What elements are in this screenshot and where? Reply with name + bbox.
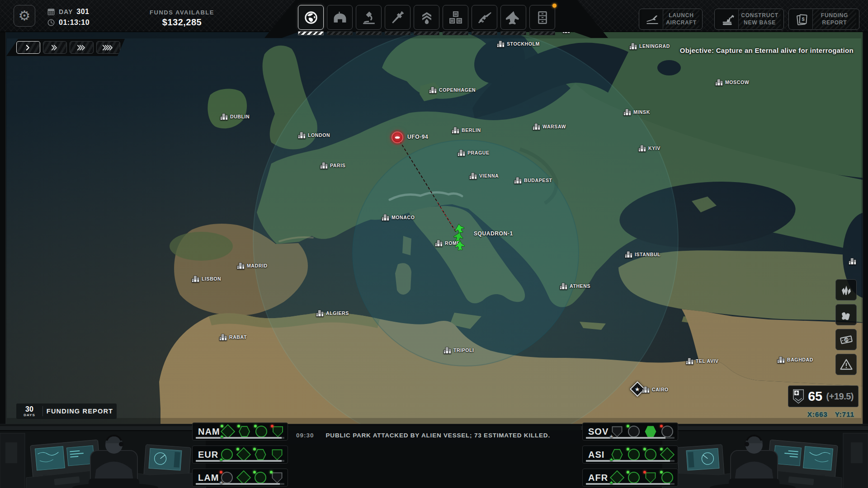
nav-stripe: [356, 31, 382, 35]
region-panels-right: SOV★ASI★AFR★: [582, 422, 678, 487]
city-icon: [382, 214, 389, 221]
launch-aircraft-label: LAUNCHAIRCRAFT: [663, 9, 699, 29]
region-panel-lam[interactable]: LAM★: [192, 469, 288, 487]
engineering-slot-icon: [256, 473, 265, 482]
city-marker-rabat: RABAT: [219, 333, 247, 341]
research-slot-icon: [663, 473, 672, 482]
nav-stripe: [443, 31, 468, 35]
region-code: ASI: [588, 450, 609, 460]
nav-stripe: [414, 31, 439, 35]
region-status-research: [660, 425, 675, 439]
funds-button[interactable]: $: [835, 329, 857, 350]
gear-icon: ⚙: [19, 8, 31, 23]
chevron-x3-icon: [77, 44, 86, 51]
region-status-military: ★: [609, 425, 625, 439]
nav-button-archives[interactable]: [529, 5, 555, 30]
region-status-intel: [643, 425, 658, 439]
region-status-engineering: ★: [219, 448, 235, 462]
region-status-engineering: [626, 448, 642, 462]
day-time-display: DAY 301 01:13:10: [47, 7, 90, 29]
cash-icon: $: [840, 333, 853, 347]
geoscape-map[interactable]: [0, 0, 868, 488]
region-code: AFR: [588, 473, 609, 483]
construct-new-base-button[interactable]: CONSTRUCTNEW BASE: [714, 9, 784, 30]
time-speed-3x-button[interactable]: [70, 41, 94, 54]
nav-item-aircraft: [500, 5, 526, 35]
alerts-button[interactable]: [835, 354, 857, 375]
city-icon: [435, 239, 443, 247]
status-dot-green: [627, 471, 629, 474]
cursor-coordinates: X:663Y:711: [775, 410, 854, 418]
city-icon: [452, 127, 459, 134]
time-speed-4x-button[interactable]: [96, 41, 120, 54]
region-status-funding: [236, 448, 251, 462]
status-dot-green: [237, 425, 240, 427]
star-badge: ★: [220, 433, 225, 440]
alloys-button[interactable]: [835, 304, 857, 325]
launch-aircraft-button[interactable]: LAUNCHAIRCRAFT: [639, 9, 703, 30]
city-marker-copenhagen: COPENHAGEN: [429, 86, 476, 94]
base-icon: [332, 10, 348, 25]
city-marker-baghdad: BAGHDAD: [777, 356, 813, 363]
funding-report-countdown[interactable]: 30 DAYS FUNDING REPORT: [16, 404, 117, 419]
squadron-marker[interactable]: [450, 223, 470, 254]
funding-report-button[interactable]: $FUNDINGREPORT: [788, 9, 859, 30]
military-slot-icon: [273, 473, 282, 482]
city-icon: [497, 40, 505, 47]
funding-slot-icon: [240, 474, 248, 482]
intel-slot-icon: [613, 450, 622, 459]
nav-stripe: [529, 31, 555, 35]
city-icon: [849, 258, 856, 265]
region-relations-bar: [586, 460, 675, 462]
nav-button-geoscape[interactable]: [298, 5, 324, 30]
region-panel-sov[interactable]: SOV★: [582, 422, 678, 441]
city-icon: [220, 113, 228, 120]
city-marker-leningrad: LENINGRAD: [629, 42, 670, 50]
nav-button-armory[interactable]: [472, 5, 497, 30]
nav-button-engineering[interactable]: [385, 5, 410, 30]
nav-button-stores[interactable]: [443, 5, 468, 30]
status-dot-green: [236, 448, 239, 450]
city-icon: [458, 149, 465, 156]
city-marker-madrid: MADRID: [237, 262, 268, 269]
region-panels-left: NAM★EUR★LAM★: [192, 422, 288, 487]
region-panel-afr[interactable]: AFR★: [582, 469, 678, 487]
nav-button-research[interactable]: [356, 5, 382, 30]
time-speed-2x-button[interactable]: [43, 41, 67, 54]
world-map[interactable]: [0, 0, 868, 488]
nav-button-base[interactable]: [327, 5, 353, 30]
region-relations-bar: [586, 483, 675, 485]
funding-slot-icon: [663, 450, 671, 459]
city-marker-warsaw: WARSAW: [533, 123, 566, 130]
region-status-intel: [237, 425, 252, 439]
ufo-marker[interactable]: [392, 131, 403, 143]
region-status-funding: ★: [220, 425, 236, 439]
nav-button-personnel[interactable]: [414, 5, 439, 30]
rank-icon: [419, 10, 434, 25]
region-relations-bar: [196, 437, 284, 439]
city-marker-london: LONDON: [298, 131, 330, 139]
city-marker-budapest: BUDAPEST: [514, 177, 552, 184]
city-marker: [849, 258, 856, 265]
city-marker-stockholm: STOCKHOLM: [497, 40, 540, 47]
region-panel-asi[interactable]: ASI★: [582, 446, 678, 464]
region-panel-eur[interactable]: EUR★: [192, 446, 288, 464]
map-frame-left: [0, 32, 6, 424]
funding-slot-icon: [240, 450, 248, 459]
region-status-engineering: [253, 471, 268, 485]
region-status-research: ★: [219, 471, 235, 485]
ticker-time: 09:30: [296, 432, 314, 439]
time-speed-1x-button[interactable]: [16, 41, 40, 54]
nav-item-research: [356, 5, 382, 35]
resources-button[interactable]: [835, 279, 857, 300]
city-marker-tel-aviv: TEL AVIV: [686, 357, 719, 365]
region-status-engineering: [626, 471, 642, 485]
star-badge: ★: [609, 479, 614, 486]
region-status-intel: [253, 448, 268, 462]
nav-button-aircraft[interactable]: [500, 5, 526, 30]
score-badge-icon: [793, 389, 804, 404]
settings-button[interactable]: ⚙: [14, 5, 35, 27]
nav-item-base: [327, 5, 353, 35]
region-panel-nam[interactable]: NAM★: [192, 422, 288, 441]
city-marker-berlin: BERLIN: [452, 127, 481, 134]
